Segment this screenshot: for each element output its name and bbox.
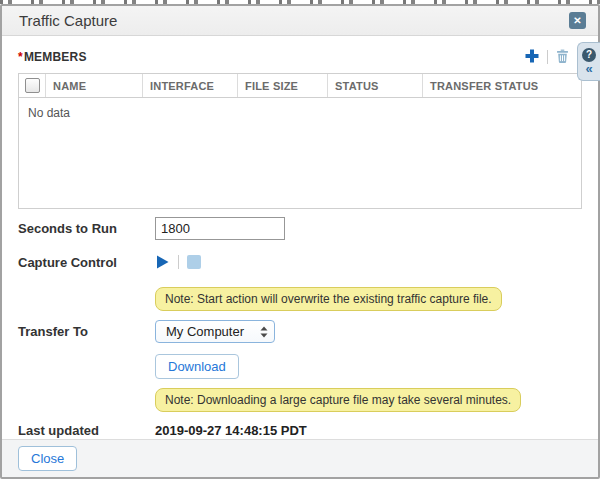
header-cell-select [19,74,45,97]
dialog-title: Traffic Capture [19,12,569,29]
delete-member-button[interactable] [555,48,570,67]
header-cell-interface: INTERFACE [142,74,237,97]
transfer-to-select[interactable]: My Computer [155,320,275,343]
download-button[interactable]: Download [155,354,239,379]
header-cell-status: STATUS [327,74,422,97]
seconds-to-run-label: Seconds to Run [18,221,155,236]
dialog-titlebar: Traffic Capture ✕ [2,6,598,36]
transfer-to-label: Transfer To [18,324,155,339]
seconds-to-run-row: Seconds to Run [18,217,582,240]
members-label: *MEMBERS [18,50,87,64]
capture-control-row: Capture Control [18,254,582,270]
capture-divider [178,255,179,269]
play-icon [155,254,170,270]
start-note: Note: Start action will overwrite the ex… [155,287,502,311]
collapse-panel-icon[interactable]: « [585,63,592,75]
last-updated-label: Last updated [18,423,155,438]
transfer-to-selected-value: My Computer [166,324,244,339]
transfer-to-row: Transfer To My Computer [18,320,582,343]
select-all-checkbox[interactable] [25,78,40,93]
last-updated-value: 2019-09-27 14:48:15 PDT [155,423,307,438]
dialog-body: *MEMBERS [2,47,598,438]
trash-icon [555,48,570,67]
members-header: *MEMBERS [18,47,582,67]
stop-capture-button[interactable] [187,255,201,269]
help-icon[interactable]: ? [582,48,596,62]
download-note: Note: Downloading a large capture file m… [155,388,521,412]
close-button[interactable]: Close [18,446,77,471]
start-capture-button[interactable] [155,254,170,270]
capture-control-label: Capture Control [18,255,155,270]
add-member-button[interactable] [524,48,540,67]
traffic-capture-dialog: Traffic Capture ✕ *MEMBERS [0,4,600,479]
download-row: Download [18,354,582,379]
members-table: NAME INTERFACE FILE SIZE STATUS TRANSFER… [18,73,582,209]
download-note-row: Note: Downloading a large capture file m… [18,388,582,412]
dialog-close-icon[interactable]: ✕ [569,12,586,29]
start-note-row: Note: Start action will overwrite the ex… [18,287,582,311]
header-cell-name: NAME [45,74,142,97]
header-cell-transfer-status: TRANSFER STATUS [422,74,581,97]
plus-icon [524,48,540,67]
seconds-to-run-input[interactable] [155,217,285,240]
members-table-empty-message: No data [19,98,581,208]
required-asterisk: * [18,50,23,64]
header-cell-file-size: FILE SIZE [237,74,327,97]
capture-control-buttons [155,254,201,270]
select-arrows-icon [260,326,268,338]
traffic-capture-screen: Traffic Capture ✕ *MEMBERS [0,0,600,479]
members-table-header: NAME INTERFACE FILE SIZE STATUS TRANSFER… [19,74,581,98]
action-divider [547,50,548,64]
dialog-footer: Close [2,439,598,477]
last-updated-row: Last updated 2019-09-27 14:48:15 PDT [18,423,582,438]
help-panel-tab: ? « [577,42,600,81]
members-actions [524,48,570,67]
